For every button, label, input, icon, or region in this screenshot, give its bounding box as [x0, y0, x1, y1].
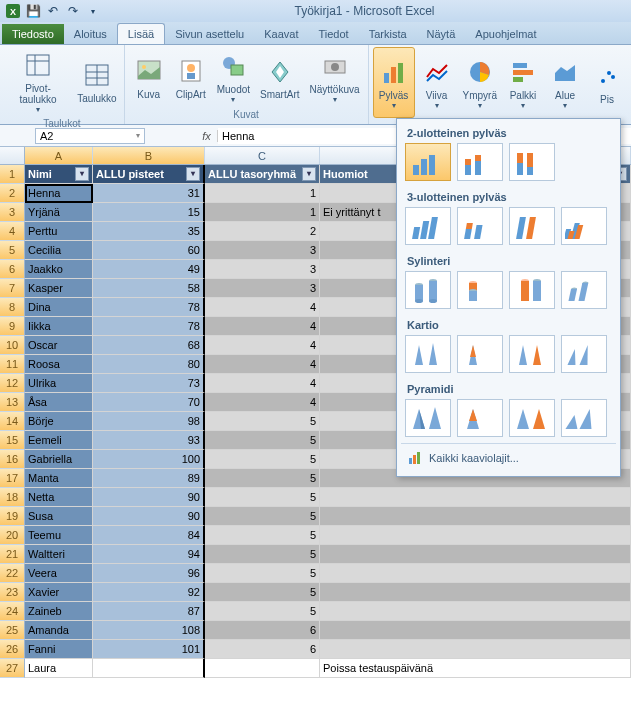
- row-number[interactable]: 11: [0, 355, 25, 374]
- chart-type-thumb[interactable]: [509, 207, 555, 245]
- cell[interactable]: 5: [205, 507, 320, 526]
- filter-button[interactable]: ▾: [302, 167, 316, 181]
- cell[interactable]: [320, 621, 631, 640]
- cell[interactable]: Eemeli: [25, 431, 93, 450]
- cell[interactable]: 5: [205, 412, 320, 431]
- chart-type-thumb[interactable]: [509, 143, 555, 181]
- cell[interactable]: 4: [205, 355, 320, 374]
- cell[interactable]: 58: [93, 279, 205, 298]
- chart-type-thumb[interactable]: [457, 335, 503, 373]
- cell[interactable]: 15: [93, 203, 205, 222]
- cell[interactable]: 1: [205, 203, 320, 222]
- cell[interactable]: Laura: [25, 659, 93, 678]
- row-number[interactable]: 25: [0, 621, 25, 640]
- cell[interactable]: 5: [205, 450, 320, 469]
- tab-kaavat[interactable]: Kaavat: [254, 24, 308, 44]
- line-chart-button[interactable]: Viiva ▾: [417, 47, 457, 118]
- filter-button[interactable]: ▾: [75, 167, 89, 181]
- cell[interactable]: 73: [93, 374, 205, 393]
- row-number[interactable]: 20: [0, 526, 25, 545]
- chart-type-thumb[interactable]: [561, 271, 607, 309]
- chart-type-thumb[interactable]: [405, 271, 451, 309]
- fx-icon[interactable]: fx: [196, 130, 218, 142]
- cell[interactable]: 78: [93, 317, 205, 336]
- row-number[interactable]: 18: [0, 488, 25, 507]
- cell[interactable]: 70: [93, 393, 205, 412]
- row-number[interactable]: 12: [0, 374, 25, 393]
- cell[interactable]: 80: [93, 355, 205, 374]
- scatter-chart-button[interactable]: Pis: [587, 47, 627, 118]
- cell[interactable]: 4: [205, 298, 320, 317]
- cell[interactable]: Netta: [25, 488, 93, 507]
- cell[interactable]: [320, 602, 631, 621]
- cell[interactable]: Xavier: [25, 583, 93, 602]
- save-icon[interactable]: 💾: [24, 2, 42, 20]
- cell[interactable]: Kasper: [25, 279, 93, 298]
- picture-button[interactable]: Kuva: [129, 47, 169, 107]
- row-number[interactable]: 5: [0, 241, 25, 260]
- tab-apuohjelmat[interactable]: Apuohjelmat: [465, 24, 546, 44]
- column-chart-button[interactable]: Pylväs ▾: [373, 47, 415, 118]
- cell[interactable]: [320, 488, 631, 507]
- tab-file[interactable]: Tiedosto: [2, 24, 64, 44]
- row-number[interactable]: 17: [0, 469, 25, 488]
- cell[interactable]: Oscar: [25, 336, 93, 355]
- name-box[interactable]: A2 ▾: [35, 128, 145, 144]
- cell[interactable]: Susa: [25, 507, 93, 526]
- chart-type-thumb[interactable]: [561, 399, 607, 437]
- cell[interactable]: 1: [205, 184, 320, 203]
- cell[interactable]: 5: [205, 526, 320, 545]
- chart-type-thumb[interactable]: [457, 271, 503, 309]
- cell[interactable]: [320, 640, 631, 659]
- select-all-cell[interactable]: [0, 147, 25, 164]
- chart-type-thumb[interactable]: [457, 207, 503, 245]
- chart-type-thumb[interactable]: [561, 335, 607, 373]
- cell[interactable]: Teemu: [25, 526, 93, 545]
- cell[interactable]: [320, 564, 631, 583]
- row-number[interactable]: 7: [0, 279, 25, 298]
- bar-chart-button[interactable]: Palkki ▾: [503, 47, 543, 118]
- row-number[interactable]: 1: [0, 165, 25, 184]
- cell[interactable]: 3: [205, 241, 320, 260]
- row-number[interactable]: 16: [0, 450, 25, 469]
- row-number[interactable]: 3: [0, 203, 25, 222]
- cell[interactable]: 6: [205, 640, 320, 659]
- row-number[interactable]: 9: [0, 317, 25, 336]
- area-chart-button[interactable]: Alue ▾: [545, 47, 585, 118]
- cell[interactable]: 5: [205, 469, 320, 488]
- cell[interactable]: 5: [205, 488, 320, 507]
- chart-type-thumb[interactable]: [561, 207, 607, 245]
- cell[interactable]: Manta: [25, 469, 93, 488]
- tab-tarkista[interactable]: Tarkista: [359, 24, 417, 44]
- cell[interactable]: Veera: [25, 564, 93, 583]
- cell[interactable]: 4: [205, 317, 320, 336]
- chart-type-thumb[interactable]: [457, 399, 503, 437]
- header-cell-pisteet[interactable]: ALLU pisteet ▾: [93, 165, 205, 184]
- row-number[interactable]: 23: [0, 583, 25, 602]
- cell[interactable]: [320, 583, 631, 602]
- row-number[interactable]: 10: [0, 336, 25, 355]
- tab-tiedot[interactable]: Tiedot: [308, 24, 358, 44]
- cell[interactable]: 90: [93, 507, 205, 526]
- tab-aloitus[interactable]: Aloitus: [64, 24, 117, 44]
- header-cell-nimi[interactable]: Nimi ▾: [25, 165, 93, 184]
- filter-button[interactable]: ▾: [186, 167, 200, 181]
- cell[interactable]: [320, 507, 631, 526]
- row-number[interactable]: 6: [0, 260, 25, 279]
- row-number[interactable]: 21: [0, 545, 25, 564]
- chart-type-thumb[interactable]: [405, 399, 451, 437]
- clipart-button[interactable]: ClipArt: [171, 47, 211, 107]
- cell[interactable]: 108: [93, 621, 205, 640]
- cell[interactable]: [93, 659, 205, 678]
- cell[interactable]: 96: [93, 564, 205, 583]
- cell[interactable]: Poissa testauspäivänä: [320, 659, 631, 678]
- smartart-button[interactable]: SmartArt: [256, 47, 303, 107]
- row-number[interactable]: 27: [0, 659, 25, 678]
- cell[interactable]: 87: [93, 602, 205, 621]
- tab-nayta[interactable]: Näytä: [417, 24, 466, 44]
- cell[interactable]: 98: [93, 412, 205, 431]
- cell[interactable]: Zaineb: [25, 602, 93, 621]
- undo-icon[interactable]: ↶: [44, 2, 62, 20]
- chart-type-thumb[interactable]: [509, 271, 555, 309]
- cell[interactable]: Waltteri: [25, 545, 93, 564]
